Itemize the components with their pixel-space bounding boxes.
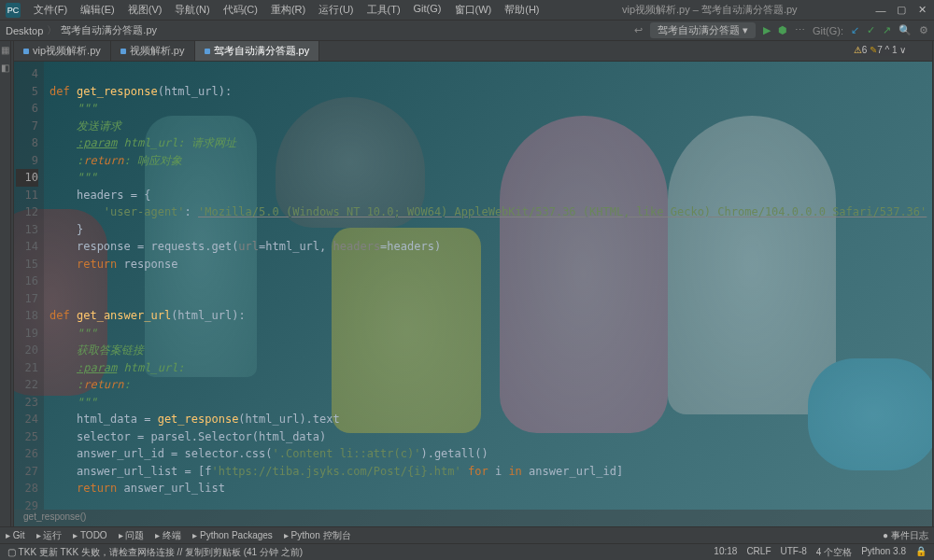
menu-item[interactable]: Git(G) <box>408 1 447 19</box>
lock-icon[interactable]: 🔒 <box>915 546 927 559</box>
interpreter[interactable]: Python 3.8 <box>861 546 906 559</box>
git-push-icon[interactable]: ↗ <box>883 24 891 36</box>
file-encoding[interactable]: UTF-8 <box>781 546 807 559</box>
inspection-widget[interactable]: ⚠6 ✎7 ^ 1 ∨ <box>850 44 911 56</box>
git-label: Git(G): <box>813 25 843 36</box>
editor-tab[interactable]: 驾考自动满分答题.py <box>195 41 320 61</box>
structure-tool-icon[interactable]: ◧ <box>0 63 10 73</box>
toolwindow-button[interactable]: ▸ 运行 <box>36 529 63 542</box>
search-icon[interactable]: 🔍 <box>899 24 912 36</box>
more-run-icon[interactable]: ⋯ <box>795 24 805 36</box>
close-button[interactable]: ✕ <box>915 4 928 17</box>
menu-item[interactable]: 导航(N) <box>169 1 215 19</box>
caret-position[interactable]: 10:18 <box>714 546 737 559</box>
git-update-icon[interactable]: ↙ <box>851 24 859 36</box>
toolwindow-button[interactable]: ▸ Python 控制台 <box>284 529 351 542</box>
settings-icon[interactable]: ⚙ <box>919 24 928 36</box>
menu-item[interactable]: 文件(F) <box>28 1 73 19</box>
editor-tabs: vip视频解析.py视频解析.py驾考自动满分答题.py <box>14 41 932 62</box>
menu-item[interactable]: 重构(R) <box>265 1 311 19</box>
indent-setting[interactable]: 4 个空格 <box>816 546 852 559</box>
code-breadcrumb[interactable]: get_response() <box>14 510 932 526</box>
debug-icon[interactable]: ⬢ <box>778 24 787 36</box>
run-icon[interactable]: ▶ <box>763 24 771 36</box>
breadcrumb-file[interactable]: 驾考自动满分答题.py <box>61 23 157 37</box>
app-icon: PC <box>6 3 21 18</box>
run-config-selector[interactable]: 驾考自动满分答题 ▾ <box>650 22 756 38</box>
toolwindow-button[interactable]: ▸ 问题 <box>119 529 145 542</box>
toolwindow-button[interactable]: ▸ Python Packages <box>192 530 273 540</box>
status-message: ▢ TKK 更新 TKK 失败，请检查网络连接 // 复制到剪贴板 (41 分钟… <box>7 546 303 559</box>
minimize-button[interactable]: — <box>874 4 887 17</box>
menu-item[interactable]: 工具(T) <box>361 1 406 19</box>
breadcrumb-root[interactable]: Desktop <box>6 25 43 36</box>
line-separator[interactable]: CRLF <box>746 546 771 559</box>
event-log-button[interactable]: ● 事件日志 <box>883 529 928 542</box>
toolwindow-button[interactable]: ▸ Git <box>6 530 25 540</box>
toolwindow-button[interactable]: ▸ TODO <box>73 530 106 540</box>
menu-item[interactable]: 运行(U) <box>313 1 359 19</box>
menu-item[interactable]: 窗口(W) <box>449 1 498 19</box>
menubar: 文件(F)编辑(E)视图(V)导航(N)代码(C)重构(R)运行(U)工具(T)… <box>28 1 545 19</box>
window-title: vip视频解析.py – 驾考自动满分答题.py <box>545 3 874 17</box>
toolwindow-button[interactable]: ▸ 终端 <box>155 529 181 542</box>
git-commit-icon[interactable]: ✓ <box>867 24 875 36</box>
menu-item[interactable]: 帮助(H) <box>499 1 545 19</box>
editor-tab[interactable]: vip视频解析.py <box>14 41 111 61</box>
menu-item[interactable]: 视图(V) <box>122 1 168 19</box>
code-editor[interactable]: 4567891011121314151617181920212223242526… <box>14 62 932 510</box>
editor-tab[interactable]: 视频解析.py <box>111 41 195 61</box>
menu-item[interactable]: 代码(C) <box>218 1 263 19</box>
maximize-button[interactable]: ▢ <box>895 4 908 17</box>
menu-item[interactable]: 编辑(E) <box>75 1 120 19</box>
project-tool-icon[interactable]: ▦ <box>0 45 10 55</box>
add-config-icon[interactable]: ↩ <box>634 24 643 36</box>
